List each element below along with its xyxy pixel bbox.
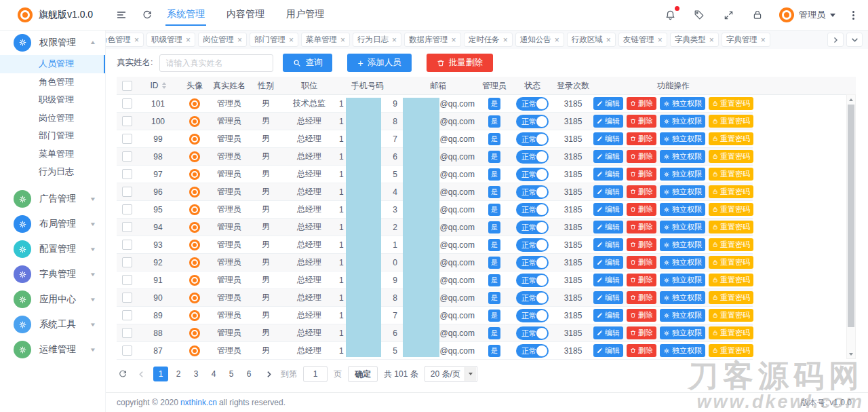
- permission-button[interactable]: 独立权限: [660, 132, 705, 145]
- tab[interactable]: 职级管理 ×: [146, 33, 195, 47]
- delete-button[interactable]: 删除: [627, 238, 656, 251]
- close-icon[interactable]: ×: [555, 36, 559, 44]
- row-checkbox[interactable]: [122, 204, 132, 214]
- tabs-scroll-right-icon[interactable]: [827, 33, 844, 47]
- status-toggle[interactable]: 正常: [516, 326, 549, 340]
- status-toggle[interactable]: 正常: [516, 238, 549, 252]
- reset-password-button[interactable]: 重置密码: [709, 291, 753, 304]
- nav-system[interactable]: 系统管理: [165, 4, 206, 26]
- row-checkbox[interactable]: [122, 134, 132, 144]
- delete-button[interactable]: 删除: [627, 221, 656, 233]
- tag-icon[interactable]: [692, 7, 707, 22]
- status-toggle[interactable]: 正常: [516, 274, 549, 287]
- user-menu[interactable]: 管理员: [779, 7, 835, 22]
- permission-button[interactable]: 独立权限: [660, 168, 705, 181]
- edit-button[interactable]: 编辑: [593, 203, 623, 216]
- add-person-button[interactable]: + 添加人员: [347, 54, 411, 72]
- row-checkbox[interactable]: [122, 345, 132, 356]
- status-toggle[interactable]: 正常: [516, 97, 549, 111]
- delete-button[interactable]: 删除: [627, 344, 656, 357]
- row-checkbox[interactable]: [122, 222, 132, 232]
- sidebar-item[interactable]: 角色管理: [0, 73, 105, 92]
- column-id[interactable]: ID: [137, 77, 179, 94]
- edit-button[interactable]: 编辑: [593, 344, 623, 357]
- reset-password-button[interactable]: 重置密码: [709, 150, 753, 163]
- confirm-button[interactable]: 确定: [348, 366, 378, 382]
- page-number[interactable]: 1: [153, 367, 168, 381]
- nav-user[interactable]: 用户管理: [285, 4, 326, 26]
- edit-button[interactable]: 编辑: [593, 309, 623, 322]
- close-icon[interactable]: ×: [761, 36, 766, 44]
- sidebar-item[interactable]: 菜单管理: [0, 145, 105, 164]
- status-toggle[interactable]: 正常: [516, 203, 549, 217]
- footer-link[interactable]: nxthink.cn: [180, 398, 217, 407]
- nav-content[interactable]: 内容管理: [225, 4, 266, 26]
- status-toggle[interactable]: 正常: [516, 168, 549, 181]
- next-page-icon[interactable]: [262, 368, 275, 380]
- row-checkbox[interactable]: [122, 257, 132, 267]
- status-toggle[interactable]: 正常: [516, 344, 549, 358]
- page-number[interactable]: 3: [189, 367, 203, 381]
- tab[interactable]: 字典类型 ×: [670, 33, 719, 47]
- reset-password-button[interactable]: 重置密码: [709, 97, 753, 110]
- reset-password-button[interactable]: 重置密码: [709, 221, 753, 233]
- sidebar-item[interactable]: 行为日志: [0, 163, 105, 181]
- tab[interactable]: 字典管理 ×: [722, 33, 770, 47]
- delete-button[interactable]: 删除: [627, 291, 656, 304]
- row-checkbox[interactable]: [122, 187, 132, 197]
- reset-password-button[interactable]: 重置密码: [709, 256, 753, 269]
- sidebar-group[interactable]: 运维管理 ▼: [0, 337, 105, 362]
- delete-button[interactable]: 删除: [627, 203, 656, 216]
- prev-page-icon[interactable]: [135, 368, 147, 380]
- sidebar-item[interactable]: 部门管理: [0, 127, 105, 145]
- scroll-down-icon[interactable]: [847, 350, 855, 358]
- edit-button[interactable]: 编辑: [593, 115, 623, 128]
- tab[interactable]: 菜单管理 ×: [301, 33, 350, 47]
- refresh-icon[interactable]: [140, 7, 155, 22]
- status-toggle[interactable]: 正常: [516, 256, 549, 269]
- delete-button[interactable]: 删除: [627, 97, 656, 110]
- edit-button[interactable]: 编辑: [593, 185, 623, 198]
- delete-button[interactable]: 删除: [627, 168, 656, 181]
- page-number[interactable]: 4: [206, 367, 221, 381]
- close-icon[interactable]: ×: [186, 36, 191, 44]
- permission-button[interactable]: 独立权限: [660, 309, 705, 322]
- reset-password-button[interactable]: 重置密码: [709, 274, 753, 286]
- table-scrollbar[interactable]: [846, 94, 856, 359]
- reset-password-button[interactable]: 重置密码: [709, 309, 753, 322]
- tab[interactable]: 部门管理 ×: [250, 33, 298, 47]
- permission-button[interactable]: 独立权限: [660, 326, 705, 339]
- close-icon[interactable]: ×: [134, 36, 139, 44]
- permission-button[interactable]: 独立权限: [660, 344, 705, 357]
- page-number[interactable]: 2: [171, 367, 186, 381]
- permission-button[interactable]: 独立权限: [660, 238, 705, 251]
- edit-button[interactable]: 编辑: [593, 221, 623, 233]
- sidebar-item[interactable]: 职级管理: [0, 91, 105, 109]
- tab[interactable]: 友链管理 ×: [618, 33, 667, 47]
- delete-button[interactable]: 删除: [627, 256, 656, 269]
- sidebar-group[interactable]: 系统工具 ▼: [0, 312, 105, 337]
- edit-button[interactable]: 编辑: [593, 150, 623, 163]
- row-checkbox[interactable]: [122, 240, 132, 250]
- edit-button[interactable]: 编辑: [593, 291, 623, 304]
- close-icon[interactable]: ×: [709, 36, 714, 44]
- status-toggle[interactable]: 正常: [516, 185, 549, 199]
- query-button[interactable]: 查询: [283, 54, 332, 72]
- scroll-up-icon[interactable]: [847, 95, 855, 104]
- permission-button[interactable]: 独立权限: [660, 185, 705, 198]
- tab[interactable]: 行政区域 ×: [567, 33, 616, 47]
- permission-button[interactable]: 独立权限: [660, 115, 705, 128]
- row-checkbox[interactable]: [122, 328, 132, 338]
- collapse-sidebar-icon[interactable]: [114, 7, 129, 22]
- goto-page-input[interactable]: [303, 366, 328, 382]
- edit-button[interactable]: 编辑: [593, 256, 623, 269]
- batch-delete-button[interactable]: 批量删除: [427, 54, 493, 72]
- sidebar-group[interactable]: 配置管理 ▼: [0, 237, 105, 262]
- row-checkbox[interactable]: [122, 116, 132, 126]
- scrollbar-thumb[interactable]: [848, 105, 854, 327]
- row-checkbox[interactable]: [122, 310, 132, 320]
- permission-button[interactable]: 独立权限: [660, 291, 705, 304]
- tab[interactable]: 通知公告 ×: [515, 33, 564, 47]
- status-toggle[interactable]: 正常: [516, 132, 549, 146]
- reset-password-button[interactable]: 重置密码: [709, 326, 753, 339]
